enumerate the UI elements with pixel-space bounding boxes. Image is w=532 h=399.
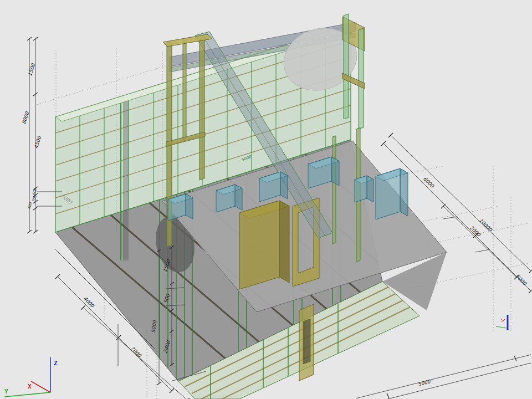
x-axis-label: X xyxy=(28,383,32,390)
ucs-marker xyxy=(496,315,508,330)
olive-core-box[interactable] xyxy=(239,201,289,289)
dim-label: 4000 xyxy=(83,295,96,309)
z-axis-label: Z xyxy=(54,360,58,367)
dim-label: 4500 xyxy=(33,135,43,149)
dim-label: 1500 xyxy=(27,62,37,76)
dim-label: 5000 xyxy=(417,378,432,387)
dim-label: 7000 xyxy=(130,345,143,359)
dim-label: 400 xyxy=(27,201,33,209)
dim-label: 10000 xyxy=(478,217,493,233)
dim-label: 6000 xyxy=(514,273,528,287)
model-canvas[interactable]: 1500 8000 4500 400 700 400 1500 500 5000… xyxy=(0,0,532,399)
y-axis-line xyxy=(4,392,50,397)
dim-label: 700 xyxy=(31,194,38,202)
teal-box[interactable] xyxy=(355,176,374,202)
olive-lower-strip[interactable] xyxy=(299,304,314,381)
dim-label: 8000 xyxy=(21,110,30,125)
cad-viewport[interactable]: 1500 8000 4500 400 700 400 1500 500 5000… xyxy=(0,0,532,399)
dim-label: 400 xyxy=(31,187,38,196)
teal-box[interactable] xyxy=(376,168,408,219)
axis-triad: Z X Y xyxy=(4,357,58,397)
dim-label: 6000 xyxy=(422,176,435,189)
y-axis-label: Y xyxy=(4,388,8,395)
x-axis-line xyxy=(31,381,50,392)
